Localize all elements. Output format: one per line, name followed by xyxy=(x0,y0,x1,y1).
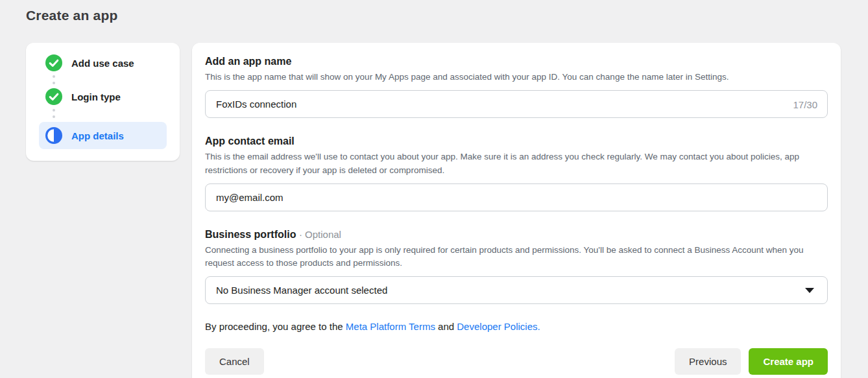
step-add-use-case[interactable]: Add use case xyxy=(39,54,167,71)
create-app-page: Create an app Add use case Login type xyxy=(0,0,868,378)
cancel-button[interactable]: Cancel xyxy=(205,348,264,375)
meta-platform-terms-link[interactable]: Meta Platform Terms xyxy=(346,321,435,332)
legal-prefix: By proceeding, you agree to the xyxy=(205,321,346,332)
previous-button[interactable]: Previous xyxy=(675,348,741,375)
optional-tag: · Optional xyxy=(299,229,341,240)
app-name-input-wrap: 17/30 xyxy=(205,90,828,118)
business-portfolio-label-text: Business portfolio xyxy=(205,229,296,240)
page-title: Create an app xyxy=(26,8,868,23)
developer-policies-link[interactable]: Developer Policies xyxy=(457,321,537,332)
create-app-button[interactable]: Create app xyxy=(749,348,828,375)
check-circle-icon xyxy=(45,88,62,105)
half-circle-progress-icon xyxy=(45,127,62,144)
step-label: Add use case xyxy=(71,58,134,69)
app-name-input[interactable] xyxy=(205,90,828,118)
char-counter: 17/30 xyxy=(793,99,817,110)
chevron-down-icon xyxy=(805,288,814,293)
legal-text: By proceeding, you agree to the Meta Pla… xyxy=(205,321,828,332)
app-name-description: This is the app name that will show on y… xyxy=(205,71,828,84)
step-label: Login type xyxy=(71,91,121,102)
app-details-form-card: Add an app name This is the app name tha… xyxy=(192,43,841,378)
footer-actions: Cancel Previous Create app xyxy=(205,348,828,375)
app-name-label: Add an app name xyxy=(205,56,828,67)
business-portfolio-description: Connecting a business portfolio to your … xyxy=(205,244,828,270)
check-circle-icon xyxy=(45,54,62,71)
business-portfolio-select[interactable]: No Business Manager account selected xyxy=(205,276,828,304)
step-connector xyxy=(53,109,167,118)
step-label: App details xyxy=(71,130,124,141)
business-portfolio-selected-value: No Business Manager account selected xyxy=(216,285,387,296)
step-app-details[interactable]: App details xyxy=(39,122,167,149)
step-login-type[interactable]: Login type xyxy=(39,88,167,105)
legal-suffix: . xyxy=(538,321,540,332)
business-portfolio-label: Business portfolio · Optional xyxy=(205,229,828,241)
app-name-section: Add an app name This is the app name tha… xyxy=(205,56,828,118)
page-layout: Add use case Login type Ap xyxy=(26,43,868,378)
contact-email-label: App contact email xyxy=(205,136,828,147)
step-connector xyxy=(53,75,167,84)
business-portfolio-section: Business portfolio · Optional Connecting… xyxy=(205,229,828,305)
contact-email-input[interactable] xyxy=(205,183,828,211)
footer-right-actions: Previous Create app xyxy=(675,348,828,375)
contact-email-input-wrap xyxy=(205,183,828,211)
legal-middle: and xyxy=(435,321,457,332)
wizard-stepper: Add use case Login type Ap xyxy=(26,43,180,161)
contact-email-description: This is the email address we'll use to c… xyxy=(205,150,828,177)
contact-email-section: App contact email This is the email addr… xyxy=(205,136,828,211)
